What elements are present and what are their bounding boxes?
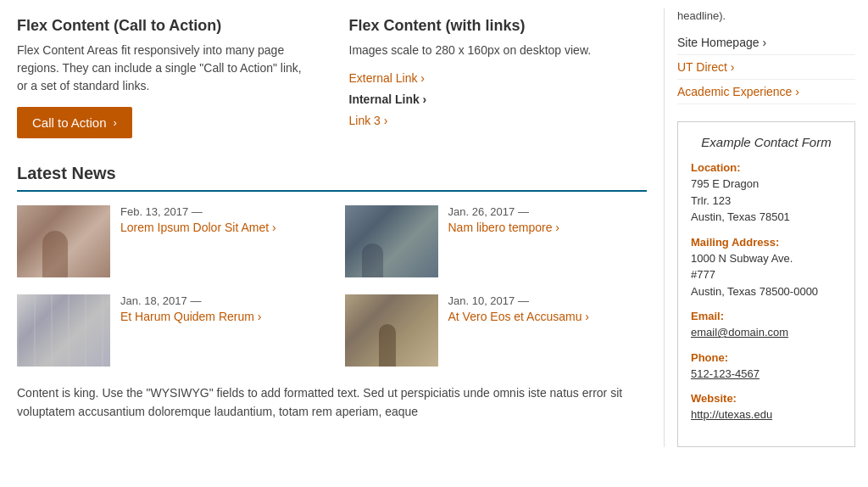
news-thumbnail-4 [345, 294, 438, 367]
news-link-1[interactable]: Lorem Ipsum Dolor Sit Amet › [120, 221, 276, 234]
news-thumbnail-1 [17, 205, 110, 277]
ut-direct-label: UT Direct › [677, 60, 734, 74]
news-date-2: Jan. 26, 2017 — [448, 205, 648, 218]
flex-col-links: Flex Content (with links) Images scale t… [349, 17, 648, 138]
flex-col2-title: Flex Content (with links) [349, 17, 648, 35]
news-date-1: Feb. 13, 2017 — [120, 205, 320, 218]
list-item: External Link › [349, 71, 648, 86]
sidebar-top-text: headline). [677, 8, 855, 24]
news-thumbnail-2 [345, 205, 438, 277]
sidebar-nav-ut-direct[interactable]: UT Direct › [677, 55, 855, 80]
email-value: email@domain.com [691, 324, 842, 341]
news-text-4: Jan. 10, 2017 — At Vero Eos et Accusamu … [448, 294, 648, 324]
site-homepage-label: Site Homepage › [677, 36, 766, 49]
news-link-3[interactable]: Et Harum Quidem Rerum › [120, 310, 261, 323]
news-item-3: Jan. 18, 2017 — Et Harum Quidem Rerum › [17, 294, 320, 367]
cta-arrow: › [114, 116, 117, 129]
flex-col2-description: Images scale to 280 x 160px on desktop v… [349, 42, 648, 59]
internal-link[interactable]: Internal Link › [349, 92, 427, 106]
news-grid: Feb. 13, 2017 — Lorem Ipsum Dolor Sit Am… [17, 205, 647, 367]
content-text: Content is king. Use the "WYSIWYG" field… [17, 383, 647, 422]
news-date-4: Jan. 10, 2017 — [448, 294, 648, 307]
flex-col-cta: Flex Content (Call to Action) Flex Conte… [17, 17, 315, 138]
sidebar: headline). Site Homepage › UT Direct › A… [665, 8, 868, 447]
flex-content-row: Flex Content (Call to Action) Flex Conte… [17, 17, 647, 138]
email-label: Email: [691, 310, 842, 322]
sidebar-nav-site-homepage[interactable]: Site Homepage › [677, 31, 855, 55]
external-link[interactable]: External Link › [349, 71, 425, 85]
website-value: http://utexas.edu [691, 406, 842, 423]
news-thumbnail-3 [17, 294, 110, 367]
location-label: Location: [691, 161, 842, 174]
website-label: Website: [691, 392, 842, 405]
phone-value: 512-123-4567 [691, 366, 842, 383]
main-content: Flex Content (Call to Action) Flex Conte… [0, 8, 665, 447]
latest-news-title: Latest News [17, 164, 647, 192]
location-value: 795 E DragonTrlr. 123Austin, Texas 78501 [691, 176, 842, 226]
list-item: Internal Link › [349, 92, 648, 107]
news-link-2[interactable]: Nam libero tempore › [448, 221, 560, 234]
cta-button[interactable]: Call to Action › [17, 107, 132, 138]
phone-label: Phone: [691, 351, 842, 364]
news-item-2: Jan. 26, 2017 — Nam libero tempore › [345, 205, 648, 277]
contact-box-title: Example Contact Form [691, 135, 842, 149]
contact-box: Example Contact Form Location: 795 E Dra… [677, 121, 855, 447]
flex-links-list: External Link › Internal Link › Link 3 › [349, 71, 648, 128]
news-text-1: Feb. 13, 2017 — Lorem Ipsum Dolor Sit Am… [120, 205, 320, 235]
cta-button-label: Call to Action [32, 115, 107, 130]
sidebar-nav-academic-experience[interactable]: Academic Experience › [677, 80, 855, 104]
email-link[interactable]: email@domain.com [691, 326, 788, 339]
mailing-value: 1000 N Subway Ave.#777Austin, Texas 7850… [691, 250, 842, 300]
website-link[interactable]: http://utexas.edu [691, 408, 772, 421]
news-item-1: Feb. 13, 2017 — Lorem Ipsum Dolor Sit Am… [17, 205, 320, 277]
phone-link[interactable]: 512-123-4567 [691, 367, 760, 380]
link3[interactable]: Link 3 › [349, 114, 388, 127]
list-item: Link 3 › [349, 114, 648, 128]
news-item-4: Jan. 10, 2017 — At Vero Eos et Accusamu … [345, 294, 648, 367]
news-text-2: Jan. 26, 2017 — Nam libero tempore › [448, 205, 648, 235]
sidebar-nav: Site Homepage › UT Direct › Academic Exp… [677, 31, 855, 104]
latest-news-section: Latest News Feb. 13, 2017 — Lorem Ipsum … [17, 164, 647, 367]
academic-experience-label: Academic Experience › [677, 85, 799, 98]
news-text-3: Jan. 18, 2017 — Et Harum Quidem Rerum › [120, 294, 320, 324]
mailing-label: Mailing Address: [691, 236, 842, 249]
flex-col1-title: Flex Content (Call to Action) [17, 17, 315, 35]
flex-col1-description: Flex Content Areas fit responsively into… [17, 42, 315, 95]
news-date-3: Jan. 18, 2017 — [120, 294, 320, 307]
news-link-4[interactable]: At Vero Eos et Accusamu › [448, 310, 590, 323]
